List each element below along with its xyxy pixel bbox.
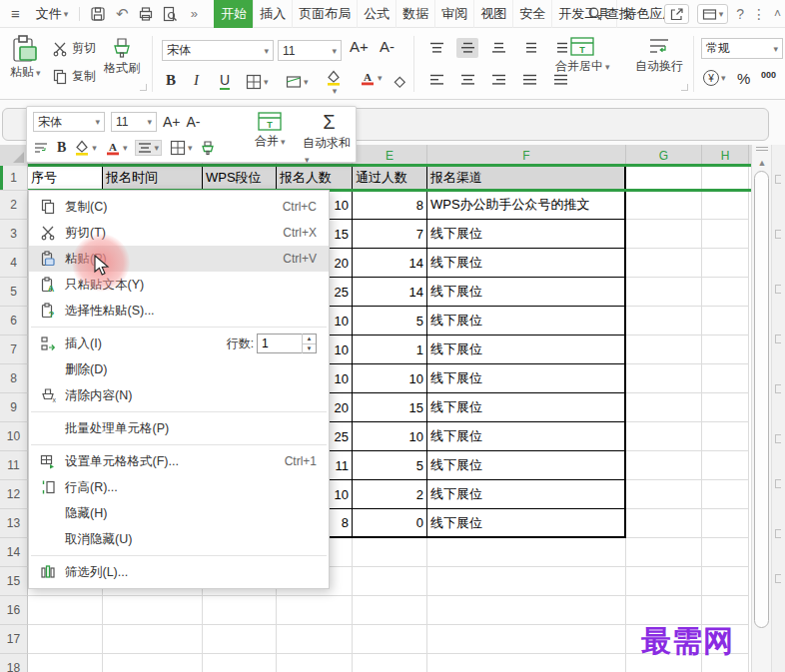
cell-shading-button[interactable]	[286, 74, 309, 90]
cell-E15[interactable]	[353, 567, 427, 596]
number-format-select[interactable]: 常规	[701, 38, 783, 59]
mini-borders-button[interactable]	[170, 140, 193, 156]
row-count-value[interactable]: 1	[258, 336, 302, 350]
tab-审阅[interactable]: 审阅	[434, 0, 473, 28]
menu-item-3[interactable]: A只粘贴文本(Y)	[29, 272, 329, 298]
print-button[interactable]	[134, 3, 158, 25]
paste-button[interactable]: 粘贴	[10, 34, 41, 81]
cell-F2[interactable]: WPS办公助手公众号的推文	[427, 191, 626, 220]
mini-font-color-button[interactable]: A	[105, 140, 128, 156]
cell-A1[interactable]: 序号	[28, 166, 103, 191]
cell-F10[interactable]: 线下展位	[427, 422, 626, 451]
cell-C1[interactable]: WPS段位	[203, 166, 277, 191]
cell-G9[interactable]	[626, 393, 702, 422]
print-preview-button[interactable]	[158, 3, 182, 25]
underline-button[interactable]: U	[220, 72, 230, 90]
vertical-scrollbar[interactable]: ▲	[751, 145, 771, 672]
mini-wrap-text-button[interactable]	[33, 141, 49, 155]
align-center-icon[interactable]	[456, 70, 478, 90]
cell-F5[interactable]: 线下展位	[427, 278, 626, 307]
cell-E2[interactable]: 8	[353, 191, 427, 220]
cell-G12[interactable]	[626, 480, 702, 509]
cell-C18[interactable]	[203, 654, 277, 672]
mini-merge-button[interactable]: T 合并	[255, 111, 286, 150]
cell-F17[interactable]	[427, 625, 626, 654]
row-header-13[interactable]: 13	[0, 509, 28, 538]
menu-item-15[interactable]: 取消隐藏(U)	[29, 526, 329, 552]
hamburger-menu-icon[interactable]: ≡	[6, 0, 25, 28]
cell-H10[interactable]	[702, 422, 749, 451]
row-header-9[interactable]: 9	[0, 393, 28, 422]
row-header-3[interactable]: 3	[0, 220, 28, 249]
cell-E12[interactable]: 2	[353, 480, 427, 509]
italic-button[interactable]: I	[194, 72, 199, 89]
spinner-up-arrow[interactable]: ▲	[303, 334, 316, 344]
cell-H13[interactable]	[702, 509, 749, 538]
cell-E1[interactable]: 通过人数	[353, 166, 427, 191]
mini-autosum-button[interactable]: Σ 自动求和	[303, 109, 356, 166]
cell-B16[interactable]	[103, 596, 203, 625]
cell-D1[interactable]: 报名人数	[277, 166, 353, 191]
cell-G4[interactable]	[626, 249, 702, 278]
cell-E13[interactable]: 0	[353, 509, 427, 538]
cell-F4[interactable]: 线下展位	[427, 249, 626, 278]
cell-G1[interactable]	[626, 166, 702, 191]
mini-font-name-select[interactable]: 宋体	[33, 112, 105, 132]
copy-button[interactable]: 复制	[52, 68, 96, 85]
cell-B18[interactable]	[103, 654, 203, 672]
cell-F1[interactable]: 报名渠道	[427, 166, 626, 191]
mini-fill-color-button[interactable]	[74, 140, 97, 156]
cell-E16[interactable]	[353, 596, 427, 625]
cell-C16[interactable]	[203, 596, 277, 625]
cell-B1[interactable]: 报名时间	[103, 166, 203, 191]
cell-H4[interactable]	[702, 249, 749, 278]
cell-A16[interactable]	[28, 596, 103, 625]
cell-G13[interactable]	[626, 509, 702, 538]
cell-H11[interactable]	[702, 451, 749, 480]
cell-E11[interactable]: 5	[353, 451, 427, 480]
align-right-icon[interactable]	[487, 70, 509, 90]
scrollbar-thumb[interactable]	[754, 171, 769, 628]
cell-H9[interactable]	[702, 393, 749, 422]
cut-button[interactable]: 剪切	[52, 40, 96, 57]
cell-F16[interactable]	[427, 596, 626, 625]
cell-F12[interactable]: 线下展位	[427, 480, 626, 509]
align-middle-icon[interactable]	[456, 38, 478, 58]
cell-B17[interactable]	[103, 625, 203, 654]
cell-F13[interactable]: 线下展位	[427, 509, 626, 538]
scroll-up-arrow[interactable]: ▲	[752, 155, 772, 171]
help-button[interactable]: ?	[736, 6, 744, 22]
save-button[interactable]	[86, 3, 110, 25]
cell-E4[interactable]: 14	[353, 249, 427, 278]
cell-H8[interactable]	[702, 364, 749, 393]
cell-F9[interactable]: 线下展位	[427, 393, 626, 422]
row-header-16[interactable]: 16	[0, 596, 28, 625]
tab-数据[interactable]: 数据	[395, 0, 434, 28]
tab-视图[interactable]: 视图	[473, 0, 512, 28]
cell-G10[interactable]	[626, 422, 702, 451]
mini-font-size-select[interactable]: 11	[111, 112, 157, 132]
row-header-7[interactable]: 7	[0, 336, 28, 364]
decrease-font-button[interactable]: A-	[380, 38, 394, 55]
cell-G15[interactable]	[626, 567, 702, 596]
cell-F18[interactable]	[427, 654, 626, 672]
cell-E8[interactable]: 10	[353, 364, 427, 393]
row-header-12[interactable]: 12	[0, 480, 28, 509]
row-header-4[interactable]: 4	[0, 249, 28, 278]
menu-item-0[interactable]: 复制(C)Ctrl+C	[29, 194, 329, 220]
row-header-14[interactable]: 14	[0, 538, 28, 567]
cell-A17[interactable]	[28, 625, 103, 654]
menu-item-13[interactable]: 行高(R)...	[29, 474, 329, 500]
mini-increase-font-button[interactable]: A+	[163, 114, 181, 130]
cell-H2[interactable]	[702, 191, 749, 220]
menu-item-12[interactable]: 设置单元格格式(F)...Ctrl+1	[29, 448, 329, 474]
row-header-2[interactable]: 2	[0, 191, 28, 220]
menu-item-6[interactable]: 插入(I)行数:1▲▼	[29, 331, 329, 356]
cell-F14[interactable]	[427, 538, 626, 567]
window-layout-button[interactable]	[697, 4, 729, 24]
menu-item-14[interactable]: 隐藏(H)	[29, 500, 329, 526]
thousands-format-button[interactable]: 000	[761, 70, 776, 80]
row-header-17[interactable]: 17	[0, 625, 28, 654]
cell-G5[interactable]	[626, 278, 702, 307]
menu-item-1[interactable]: 剪切(T)Ctrl+X	[29, 220, 329, 246]
